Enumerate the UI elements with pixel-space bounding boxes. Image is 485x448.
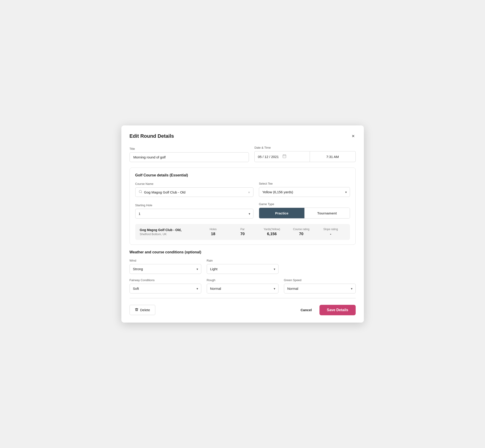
time-input[interactable]: 7:31 AM: [310, 151, 356, 162]
holes-value: 18: [199, 232, 228, 236]
starting-hole-wrap: 1234 5678 910 ▾: [135, 209, 253, 218]
select-tee-label: Select Tee: [259, 182, 350, 185]
rough-dropdown[interactable]: ShortNormalLong: [207, 284, 278, 293]
fairway-rough-green-row: Fairway Conditions FirmNormal SoftVery S…: [129, 278, 356, 293]
starting-hole-label: Starting Hole: [135, 203, 253, 207]
course-rating-value: 70: [287, 232, 316, 236]
fairway-group: Fairway Conditions FirmNormal SoftVery S…: [129, 278, 201, 293]
title-datetime-row: Title Date & Time 05 / 12 / 2021: [129, 146, 356, 162]
footer-right: Cancel Save Details: [297, 305, 356, 315]
save-button[interactable]: Save Details: [319, 305, 356, 315]
trash-icon: [135, 308, 138, 312]
course-name-label: Course Name: [135, 182, 253, 185]
wind-select-wrap: CalmLightModerate StrongVery Strong ▾: [129, 264, 201, 274]
modal-title: Edit Round Details: [129, 133, 174, 139]
slope-rating-label: Slope rating: [316, 228, 345, 231]
title-group: Title: [129, 147, 249, 162]
par-stat: Par 70: [228, 228, 257, 236]
course-info-name-block: Gog Magog Golf Club - Old, Shelford Bott…: [140, 228, 199, 236]
wind-group: Wind CalmLightModerate StrongVery Strong…: [129, 259, 201, 274]
rain-select-wrap: NoneLight ModerateHeavy ▾: [207, 264, 278, 274]
yards-value: 6,156: [257, 232, 287, 236]
starting-hole-group: Starting Hole 1234 5678 910 ▾: [135, 203, 253, 218]
weather-section-title: Weather and course conditions (optional): [129, 250, 356, 254]
title-label: Title: [129, 147, 249, 151]
game-type-group: Game Type Practice Tournament: [259, 202, 350, 218]
datetime-label: Date & Time: [254, 146, 356, 149]
course-name-group: Course Name Gog Magog Golf Club - Old ×: [135, 182, 253, 197]
rain-dropdown[interactable]: NoneLight ModerateHeavy: [207, 264, 278, 274]
cancel-button[interactable]: Cancel: [297, 305, 316, 315]
footer-row: Delete Cancel Save Details: [129, 305, 356, 315]
green-speed-label: Green Speed: [284, 278, 356, 282]
svg-line-5: [141, 192, 142, 193]
practice-toggle-btn[interactable]: Practice: [259, 208, 304, 218]
rain-group: Rain NoneLight ModerateHeavy ▾: [207, 259, 278, 274]
golf-course-title: Golf Course details (Essential): [135, 173, 350, 177]
game-type-label: Game Type: [259, 202, 350, 206]
holes-stat: Holes 18: [199, 228, 228, 236]
game-type-toggle: Practice Tournament: [259, 208, 350, 218]
course-name-value: Gog Magog Golf Club - Old: [144, 190, 246, 194]
slope-rating-value: -: [316, 232, 345, 236]
date-time-wrapper: 05 / 12 / 2021 7:31 AM: [254, 151, 356, 162]
select-tee-group: Select Tee Yellow (6,156 yards) White (6…: [259, 182, 350, 197]
wind-rain-row: Wind CalmLightModerate StrongVery Strong…: [129, 259, 356, 274]
fairway-select-wrap: FirmNormal SoftVery Soft ▾: [129, 284, 201, 293]
rough-group: Rough ShortNormalLong ▾: [207, 278, 278, 293]
modal-header: Edit Round Details ×: [129, 133, 356, 140]
course-info-box: Gog Magog Golf Club - Old, Shelford Bott…: [135, 224, 350, 240]
footer-divider: [129, 298, 356, 298]
date-input[interactable]: 05 / 12 / 2021: [254, 151, 310, 162]
wind-label: Wind: [129, 259, 201, 262]
green-speed-group: Green Speed SlowNormal FastVery Fast ▾: [284, 278, 356, 293]
course-name-input[interactable]: Gog Magog Golf Club - Old ×: [135, 187, 253, 197]
tournament-toggle-btn[interactable]: Tournament: [304, 208, 350, 218]
search-icon: [139, 190, 142, 194]
course-info-name: Gog Magog Golf Club - Old,: [140, 228, 199, 232]
edit-round-modal: Edit Round Details × Title Date & Time 0…: [121, 125, 364, 323]
hole-gametype-row: Starting Hole 1234 5678 910 ▾ Game Type …: [135, 202, 350, 218]
select-tee-dropdown[interactable]: Yellow (6,156 yards) White (6,500 yards)…: [259, 187, 350, 197]
clear-course-icon[interactable]: ×: [248, 190, 250, 194]
delete-label: Delete: [140, 308, 150, 312]
green-speed-dropdown[interactable]: SlowNormal FastVery Fast: [284, 284, 356, 293]
fairway-label: Fairway Conditions: [129, 278, 201, 282]
date-value: 05 / 12 / 2021: [258, 155, 279, 159]
datetime-group: Date & Time 05 / 12 / 2021 7:31 AM: [254, 146, 356, 162]
wind-dropdown[interactable]: CalmLightModerate StrongVery Strong: [129, 264, 201, 274]
green-speed-select-wrap: SlowNormal FastVery Fast ▾: [284, 284, 356, 293]
select-tee-wrap: Yellow (6,156 yards) White (6,500 yards)…: [259, 187, 350, 197]
starting-hole-dropdown[interactable]: 1234 5678 910: [135, 209, 253, 218]
calendar-icon: [282, 154, 286, 159]
golf-course-section: Golf Course details (Essential) Course N…: [129, 168, 356, 245]
holes-label: Holes: [199, 228, 228, 231]
course-tee-row: Course Name Gog Magog Golf Club - Old × …: [135, 182, 350, 197]
svg-rect-0: [283, 155, 286, 158]
title-input[interactable]: [129, 152, 249, 162]
close-button[interactable]: ×: [351, 133, 356, 140]
slope-rating-stat: Slope rating -: [316, 228, 345, 236]
weather-section: Weather and course conditions (optional)…: [129, 250, 356, 293]
course-info-location: Shelford Bottom, UK: [140, 232, 199, 236]
par-label: Par: [228, 228, 257, 231]
yards-label: Yards(Yellow): [257, 228, 287, 231]
time-value: 7:31 AM: [326, 155, 339, 159]
rain-label: Rain: [207, 259, 278, 262]
par-value: 70: [228, 232, 257, 236]
rough-select-wrap: ShortNormalLong ▾: [207, 284, 278, 293]
course-rating-stat: Course rating 70: [287, 228, 316, 236]
rough-label: Rough: [207, 278, 278, 282]
yards-stat: Yards(Yellow) 6,156: [257, 228, 287, 236]
delete-button[interactable]: Delete: [129, 305, 155, 315]
fairway-dropdown[interactable]: FirmNormal SoftVery Soft: [129, 284, 201, 293]
course-rating-label: Course rating: [287, 228, 316, 231]
